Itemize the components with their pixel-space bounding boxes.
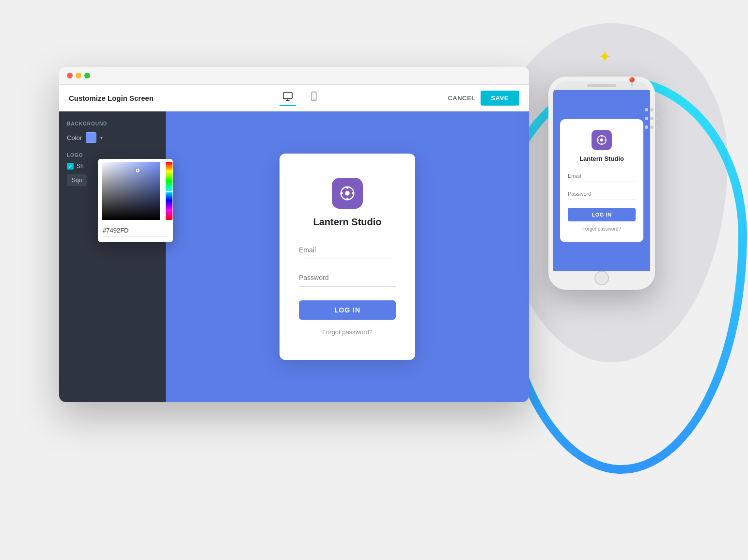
color-dropdown-arrow[interactable]: ▾ [100,135,103,140]
mobile-login-title: Lantern Studio [579,155,624,162]
phone-content: Lantern Studio LOG IN Forgot password? [553,90,650,271]
hue-strip[interactable] [166,162,172,220]
gradient-cursor[interactable] [136,169,140,172]
svg-point-10 [352,192,354,195]
toolbar-actions: CANCEL SAVE [448,91,519,106]
window-body: BACKGROUND Color ▾ LOGO ✓ Sh Squ [59,111,529,402]
svg-point-7 [346,187,349,189]
background-section-label: BACKGROUND [67,121,158,126]
color-hex-input[interactable] [103,225,168,236]
desktop-logo [332,178,363,209]
svg-point-12 [600,139,604,142]
gradient-canvas[interactable] [102,162,160,220]
minimize-button[interactable] [76,73,81,78]
phone-home-button[interactable] [594,271,609,285]
desktop-login-title: Lantern Studio [313,217,381,228]
phone-mockup: Lantern Studio LOG IN Forgot password? [548,77,655,290]
desktop-view-button[interactable] [280,90,296,106]
desktop-password-input[interactable] [299,269,396,287]
svg-point-14 [601,143,602,144]
svg-point-9 [341,192,343,195]
desktop-login-button[interactable]: LOG IN [299,300,396,320]
svg-point-6 [345,191,350,196]
desktop-email-input[interactable] [299,241,396,259]
mac-titlebar [59,67,529,85]
close-button[interactable] [67,73,73,78]
window-title: Customize Login Screen [69,94,154,102]
mobile-login-button[interactable]: LOG IN [568,208,636,221]
show-logo-label: Sh [77,163,84,170]
save-button[interactable]: SAVE [481,91,519,106]
color-swatch[interactable] [86,132,96,143]
mac-window: Customize Login Screen CAN [59,67,529,402]
mac-window-buttons [67,73,90,78]
desktop-login-card: Lantern Studio LOG IN Forgot password? [280,154,415,360]
sidebar: BACKGROUND Color ▾ LOGO ✓ Sh Squ [59,111,166,402]
color-picker-popup[interactable] [98,159,173,242]
shape-button[interactable]: Squ [67,174,87,186]
svg-point-15 [597,139,599,140]
mobile-view-button[interactable] [306,90,322,106]
color-picker-body [98,159,173,220]
color-hex-row [98,220,173,236]
svg-point-8 [346,198,349,200]
cancel-button[interactable]: CANCEL [448,94,475,102]
desktop-forgot-link[interactable]: Forgot password? [322,328,373,336]
hue-cursor[interactable] [165,191,173,192]
phone-notch-bar [587,84,616,87]
mobile-login-card: Lantern Studio LOG IN Forgot password? [560,119,643,242]
window-toolbar: Customize Login Screen CAN [59,85,529,111]
decorative-dots [644,106,660,132]
view-toggle-group [280,90,322,106]
preview-area: Lantern Studio LOG IN Forgot password? [166,111,529,402]
svg-point-13 [601,136,602,137]
svg-rect-0 [283,93,292,99]
mobile-forgot-link[interactable]: Forgot password? [582,226,621,232]
mobile-email-input[interactable] [568,170,636,182]
maximize-button[interactable] [84,73,90,78]
color-row: Color ▾ [67,132,158,143]
phone-bottom-bar [553,271,650,285]
checkmark-icon: ✓ [68,164,72,169]
pin-icon: 📍 [626,77,638,88]
color-label: Color [67,134,82,141]
star-icon: ✦ [598,47,611,66]
svg-point-16 [605,139,606,140]
mobile-password-input[interactable] [568,188,636,200]
logo-section-label: LOGO [67,153,158,158]
mobile-logo [592,130,612,150]
show-logo-checkbox[interactable]: ✓ [67,163,74,170]
